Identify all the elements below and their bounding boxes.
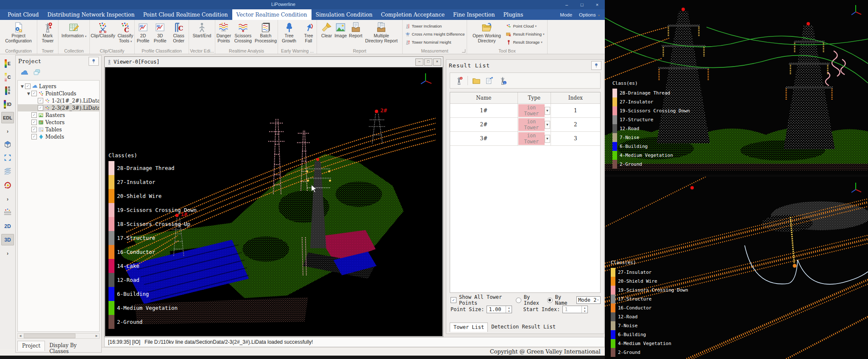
batch-processing-button[interactable]: Batch Processing <box>254 21 278 44</box>
minimize-button[interactable]: – <box>562 1 571 8</box>
menu-tab-point-cloud-realtime-condition[interactable]: Point Cloud Realtime Condition <box>139 9 232 20</box>
tree-item-pointclouds[interactable]: ▼✓PointClouds <box>18 90 99 97</box>
menu-tab-completion-acceptance[interactable]: Completion Acceptance <box>377 9 449 20</box>
display-by-elevation-button[interactable]: E <box>1 58 14 69</box>
menu-tab-point-cloud[interactable]: Point Cloud <box>3 9 43 20</box>
result-finishing-button[interactable]: Result Finishing▾ <box>506 30 544 38</box>
rotate-view[interactable] <box>1 180 14 191</box>
type-dropdown-button[interactable]: ▼ <box>545 121 550 129</box>
viewer-canvas[interactable]: 1# 2# <box>105 67 442 336</box>
tower-index-cell[interactable]: 2 <box>551 118 600 132</box>
table-row[interactable]: 3#ion Tower▼3 <box>450 132 600 146</box>
viewer-bottom-right[interactable]: Class(es)27-Insulator20-Shield Wire19-Sc… <box>605 177 868 359</box>
result-tab-detection-result-list[interactable]: Detection Result List <box>488 323 559 332</box>
locate-tower-button[interactable] <box>454 76 464 85</box>
tree-item-tables[interactable]: ✓Tables <box>18 126 99 133</box>
mode-select[interactable]: Mode 2 ▾ <box>576 296 601 304</box>
multiple-directory-report-button[interactable]: Multiple Directory Report <box>364 21 399 44</box>
layer-checkbox[interactable]: ✓ <box>38 105 43 111</box>
tree-item-models[interactable]: ✓Models <box>18 133 99 140</box>
view-3d-button[interactable]: 3D <box>1 234 14 245</box>
expand-caret-icon[interactable]: ▼ <box>19 84 25 89</box>
menu-tab-distributing-network-inspection[interactable]: Distributing Network Inspection <box>43 9 139 20</box>
report-button[interactable]: Report <box>348 21 363 39</box>
tower-nominal-height-button[interactable]: Tower Nominal Height <box>405 38 465 46</box>
scroll-right-arrow[interactable]: ► <box>94 334 99 338</box>
layer-checkbox[interactable]: ✓ <box>31 91 37 96</box>
table-row[interactable]: 1#ion Tower▼1 <box>450 104 600 118</box>
2d-profile-button[interactable]: 2D2D Profile <box>135 21 151 44</box>
menubar-mode-button[interactable]: Mode <box>560 12 572 17</box>
close-button[interactable]: × <box>593 1 601 8</box>
stepper-arrows[interactable]: ▲▼ <box>506 306 512 313</box>
result-tab-tower-list[interactable]: Tower List <box>450 323 488 332</box>
layer-checkbox[interactable]: ✓ <box>31 127 37 132</box>
view-more-button[interactable]: › <box>1 193 14 205</box>
cross-section[interactable] <box>1 166 14 178</box>
tower-index-cell[interactable]: 3 <box>551 132 600 146</box>
dialog-launcher-icon[interactable] <box>462 49 465 53</box>
expand-caret-icon[interactable]: ▼ <box>26 92 31 96</box>
layer-checkbox[interactable]: ✓ <box>31 134 37 139</box>
display-by-class-button[interactable]: C <box>1 71 14 83</box>
tree-growth-button[interactable]: Tree Growth <box>278 21 300 44</box>
scissors-crossing-button[interactable]: Scissors Crossing <box>233 21 253 44</box>
open-working-directory-button[interactable]: Open Working Directory <box>469 21 504 44</box>
orthogonal-view[interactable] <box>1 139 14 150</box>
type-dropdown-button[interactable]: ▼ <box>545 135 550 143</box>
add-data-icon[interactable] <box>20 69 28 76</box>
clip-classify-button[interactable]: Clip/Classify <box>90 21 116 39</box>
menu-tab-plugins[interactable]: Plugins <box>499 9 528 20</box>
3d-profile-button[interactable]: 3D3D Profile <box>152 21 168 44</box>
menu-tab-fine-inspection[interactable]: Fine Inspection <box>449 9 499 20</box>
export-result-button[interactable] <box>485 76 494 85</box>
by-index-radio[interactable] <box>516 298 521 303</box>
show-all-tower-points-checkbox[interactable]: ✓ <box>451 297 456 303</box>
layer-checkbox[interactable]: ✓ <box>31 120 37 125</box>
result-storage-button[interactable]: Result Storage▾ <box>506 38 544 46</box>
type-dropdown-button[interactable]: ▼ <box>545 107 550 115</box>
tower-type-cell[interactable]: ion Tower▼ <box>517 104 551 118</box>
viewer-minimize-button[interactable]: – <box>415 58 423 66</box>
display-by-rgb-button[interactable]: RGB <box>1 85 14 96</box>
tower-name-cell[interactable]: 2# <box>450 118 517 132</box>
project-tree-hscrollbar[interactable]: ◄ ► <box>17 333 100 339</box>
display-by-id-button[interactable]: ID <box>1 98 14 110</box>
result-pin-button[interactable] <box>591 61 601 70</box>
cross-arms-height-difference-button[interactable]: Cross Arms Height Difference <box>405 30 465 38</box>
stepper-arrows[interactable]: ▲▼ <box>581 306 587 313</box>
menu-tab-vector-realtime-condition[interactable]: Vector Realtime Condition <box>232 9 312 20</box>
tree-item-layers[interactable]: ▼✓Layers <box>18 83 99 90</box>
panel-tab-project[interactable]: Project <box>17 341 45 351</box>
danger-points-button[interactable]: Danger Points <box>215 21 232 44</box>
class-order-button[interactable]: CClass Order <box>169 21 189 44</box>
view-2d-button[interactable]: 2D <box>1 220 14 232</box>
tree-item-rasters[interactable]: ✓Rasters <box>18 111 99 119</box>
tower-index-cell[interactable]: 1 <box>551 104 600 118</box>
start-index-stepper[interactable]: 1 ▲▼ <box>562 306 588 313</box>
tree-fall-button[interactable]: Tree Fall <box>300 21 317 44</box>
open-folder-button[interactable] <box>472 76 481 85</box>
tower-info-button[interactable]: i <box>498 76 507 85</box>
tower-name-cell[interactable]: 3# <box>450 132 517 146</box>
viewer-maximize-button[interactable]: □ <box>424 58 432 66</box>
viewer-top-right[interactable]: Class(es)28-Drainage Thread27-Insulator1… <box>605 0 868 177</box>
tree-item-vectors[interactable]: ✓Vectors <box>18 119 99 126</box>
menu-tab-simulation-condition[interactable]: Simulation Condition <box>312 9 377 20</box>
tower-type-cell[interactable]: ion Tower▼ <box>517 118 551 132</box>
profile-tool[interactable] <box>1 207 14 218</box>
column-header-name[interactable]: Name <box>450 92 517 104</box>
tree-item-1-2-1-2-lidata[interactable]: ✓1-2(1#_2#).LiData <box>18 97 99 104</box>
scrollbar-thumb[interactable] <box>24 334 75 338</box>
add-dataset-icon[interactable] <box>33 69 41 76</box>
point-cloud-button[interactable]: Point Cloud▾ <box>506 22 544 30</box>
project-configuration-button[interactable]: Project Configuration <box>1 21 36 44</box>
scroll-left-arrow[interactable]: ◄ <box>18 334 23 338</box>
panel-tab-display-by-classes[interactable]: Display By Classes <box>45 341 101 351</box>
tower-type-cell[interactable]: ion Tower▼ <box>517 132 551 146</box>
layer-checkbox[interactable]: ✓ <box>25 83 31 89</box>
tools-more-button[interactable]: › <box>1 248 14 259</box>
mark-tower-button[interactable]: Mark Tower <box>37 21 58 44</box>
image-button[interactable]: Image <box>334 21 348 39</box>
by-name-radio[interactable] <box>547 298 553 303</box>
